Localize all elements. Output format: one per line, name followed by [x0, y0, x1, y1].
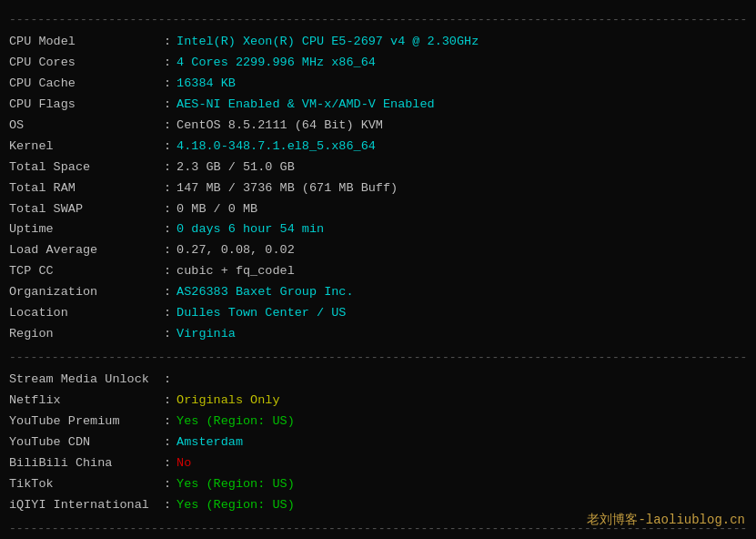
colon: :: [164, 240, 171, 261]
table-row: Netflix : Originals Only: [9, 391, 747, 412]
table-row: YouTube CDN : Amsterdam: [9, 432, 747, 453]
colon: :: [164, 178, 171, 199]
table-row: Organization : AS26383 Baxet Group Inc.: [9, 282, 747, 303]
value-total-space: 2.3 GB / 51.0 GB: [176, 158, 295, 178]
value-kernel: 4.18.0-348.7.1.el8_5.x86_64: [176, 137, 376, 158]
label-os: OS: [9, 116, 164, 137]
label-netflix: Netflix: [9, 391, 164, 412]
label-stream-media: Stream Media Unlock: [9, 370, 164, 391]
value-organization: AS26383 Baxet Group Inc.: [176, 282, 353, 303]
media-section: Stream Media Unlock : Netflix : Original…: [9, 370, 747, 516]
value-cpu-cores: 4 Cores 2299.996 MHz x86_64: [176, 53, 376, 74]
table-row: TikTok : Yes (Region: US): [9, 474, 747, 495]
label-region: Region: [9, 324, 164, 345]
label-location: Location: [9, 303, 164, 324]
cpu-section: CPU Model : Intel(R) Xeon(R) CPU E5-2697…: [9, 32, 747, 345]
label-total-space: Total Space: [9, 158, 164, 178]
value-total-swap: 0 MB / 0 MB: [176, 199, 257, 220]
colon: :: [164, 116, 171, 137]
table-row: Total RAM : 147 MB / 3736 MB (671 MB Buf…: [9, 178, 747, 199]
colon: :: [164, 282, 171, 303]
table-row: Region : Virginia: [9, 324, 747, 345]
colon: :: [164, 453, 171, 474]
colon: :: [164, 95, 171, 116]
label-total-ram: Total RAM: [9, 178, 164, 199]
label-organization: Organization: [9, 282, 164, 303]
value-total-ram: 147 MB / 3736 MB (671 MB Buff): [176, 178, 398, 199]
terminal-container: ----------------------------------------…: [9, 13, 747, 539]
table-row: Total SWAP : 0 MB / 0 MB: [9, 199, 747, 220]
table-row: YouTube Premium : Yes (Region: US): [9, 412, 747, 432]
colon: :: [164, 158, 171, 178]
colon: :: [164, 74, 171, 95]
colon: :: [164, 261, 171, 282]
value-cpu-model: Intel(R) Xeon(R) CPU E5-2697 v4 @ 2.30GH…: [176, 32, 479, 53]
table-row: Uptime : 0 days 6 hour 54 min: [9, 219, 747, 240]
value-load-average: 0.27, 0.08, 0.02: [176, 240, 295, 261]
label-cpu-cache: CPU Cache: [9, 74, 164, 95]
value-cpu-flags: AES-NI Enabled & VM-x/AMD-V Enabled: [176, 95, 435, 116]
colon: :: [164, 474, 171, 495]
colon: :: [164, 391, 171, 412]
table-row: Load Average : 0.27, 0.08, 0.02: [9, 240, 747, 261]
label-tiktok: TikTok: [9, 474, 164, 495]
label-total-swap: Total SWAP: [9, 199, 164, 220]
label-load-average: Load Average: [9, 240, 164, 261]
value-os: CentOS 8.5.2111 (64 Bit) KVM: [176, 116, 383, 137]
label-youtube-cdn: YouTube CDN: [9, 432, 164, 453]
value-youtube-premium: Yes (Region: US): [176, 412, 295, 432]
value-bilibili: No: [176, 453, 191, 474]
table-row: CPU Cache : 16384 KB: [9, 74, 747, 95]
label-cpu-model: CPU Model: [9, 32, 164, 53]
value-region: Virginia: [176, 324, 236, 345]
colon: :: [164, 412, 171, 432]
value-cpu-cache: 16384 KB: [176, 74, 236, 95]
label-kernel: Kernel: [9, 137, 164, 158]
label-uptime: Uptime: [9, 219, 164, 240]
colon: :: [164, 495, 171, 516]
value-netflix: Originals Only: [176, 391, 279, 412]
colon: :: [164, 53, 171, 74]
table-row: Total Space : 2.3 GB / 51.0 GB: [9, 158, 747, 178]
media-divider: ----------------------------------------…: [9, 351, 747, 364]
watermark: 老刘博客-laoliublog.cn: [587, 512, 745, 528]
label-cpu-cores: CPU Cores: [9, 53, 164, 74]
label-cpu-flags: CPU Flags: [9, 95, 164, 116]
value-tiktok: Yes (Region: US): [176, 474, 295, 495]
colon: :: [164, 303, 171, 324]
colon: :: [164, 137, 171, 158]
value-location: Dulles Town Center / US: [176, 303, 346, 324]
label-iqiyi: iQIYI International: [9, 495, 164, 516]
table-row: BiliBili China : No: [9, 453, 747, 474]
value-tcp-cc: cubic + fq_codel: [176, 261, 295, 282]
label-youtube-premium: YouTube Premium: [9, 412, 164, 432]
table-row: Kernel : 4.18.0-348.7.1.el8_5.x86_64: [9, 137, 747, 158]
value-youtube-cdn: Amsterdam: [176, 432, 243, 453]
label-tcp-cc: TCP CC: [9, 261, 164, 282]
table-row: Stream Media Unlock :: [9, 370, 747, 391]
colon: :: [164, 199, 171, 220]
value-uptime: 0 days 6 hour 54 min: [176, 219, 324, 240]
table-row: OS : CentOS 8.5.2111 (64 Bit) KVM: [9, 116, 747, 137]
colon: :: [164, 32, 171, 53]
top-divider: ----------------------------------------…: [9, 13, 747, 26]
label-bilibili: BiliBili China: [9, 453, 164, 474]
colon: :: [164, 370, 171, 391]
value-iqiyi: Yes (Region: US): [176, 495, 295, 516]
table-row: TCP CC : cubic + fq_codel: [9, 261, 747, 282]
table-row: Location : Dulles Town Center / US: [9, 303, 747, 324]
table-row: CPU Cores : 4 Cores 2299.996 MHz x86_64: [9, 53, 747, 74]
table-row: CPU Model : Intel(R) Xeon(R) CPU E5-2697…: [9, 32, 747, 53]
colon: :: [164, 324, 171, 345]
table-row: CPU Flags : AES-NI Enabled & VM-x/AMD-V …: [9, 95, 747, 116]
colon: :: [164, 219, 171, 240]
colon: :: [164, 432, 171, 453]
